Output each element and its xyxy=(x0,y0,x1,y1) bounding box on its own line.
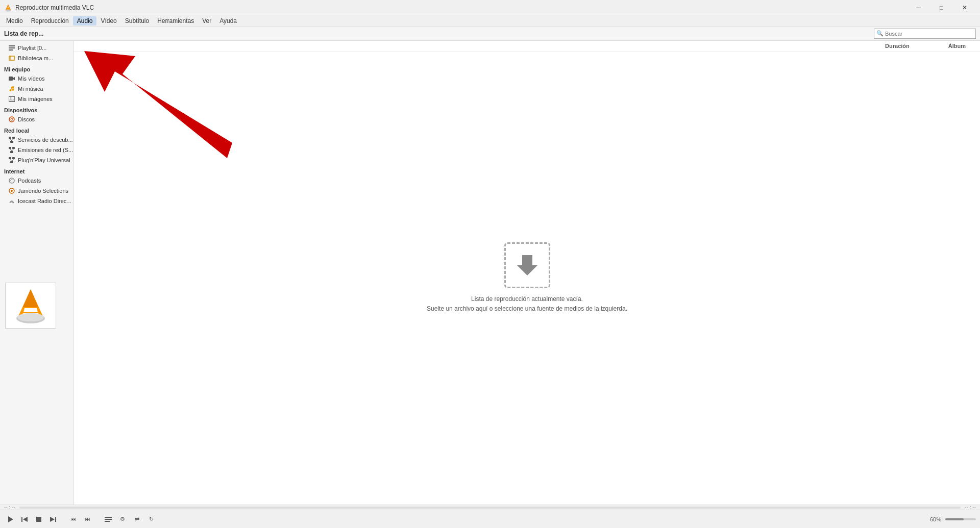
frame-back-button[interactable]: ⏮ xyxy=(67,513,80,525)
svg-line-22 xyxy=(12,139,14,141)
sidebar-item-emisiones[interactable]: Emisiones de red (S... xyxy=(0,145,74,155)
menu-medio[interactable]: Medio xyxy=(2,16,27,26)
sidebar-label-playlist: Playlist [0... xyxy=(18,45,46,51)
statusbar: -- : -- -- : -- xyxy=(0,505,980,510)
svg-point-16 xyxy=(9,117,14,122)
sidebar-label-servicios: Servicios de descub... xyxy=(18,137,73,143)
vlc-thumbnail xyxy=(5,283,56,329)
loop-button[interactable]: ↻ xyxy=(145,513,157,525)
window-title: Reproductor multimedia VLC xyxy=(15,4,907,11)
svg-line-21 xyxy=(10,139,12,141)
svg-marker-43 xyxy=(517,255,537,275)
svg-rect-47 xyxy=(36,517,41,522)
play-button[interactable] xyxy=(4,513,16,525)
section-label-miequipo: Mi equipo xyxy=(0,63,74,73)
menu-ayuda[interactable]: Ayuda xyxy=(215,16,241,26)
svg-marker-38 xyxy=(23,308,38,312)
toolbar-title: Lista de rep... xyxy=(4,30,872,37)
playlist-icon xyxy=(8,44,15,52)
sidebar-item-videos[interactable]: Mis vídeos xyxy=(0,73,74,84)
svg-rect-19 xyxy=(12,137,15,139)
svg-rect-8 xyxy=(9,77,13,81)
sidebar: Playlist [0... Biblioteca m... Mi equipo… xyxy=(0,41,74,505)
sidebar-item-servicios[interactable]: Servicios de descub... xyxy=(0,135,74,145)
sidebar-item-jamendo[interactable]: Jamendo Selections xyxy=(0,186,74,196)
playlist-toggle-button[interactable] xyxy=(102,513,114,525)
sidebar-item-podcasts[interactable]: Podcasts xyxy=(0,175,74,186)
musica-icon xyxy=(8,85,15,92)
svg-rect-4 xyxy=(9,47,15,48)
menu-video[interactable]: Vídeo xyxy=(96,16,120,26)
svg-rect-45 xyxy=(21,517,22,522)
svg-rect-23 xyxy=(9,147,11,149)
jamendo-icon xyxy=(8,187,15,194)
close-button[interactable]: ✕ xyxy=(953,0,976,15)
minimize-button[interactable]: ─ xyxy=(907,0,930,15)
sidebar-item-biblioteca[interactable]: Biblioteca m... xyxy=(0,53,74,63)
sidebar-item-musica[interactable]: Mi música xyxy=(0,84,74,94)
sidebar-label-upnp: Plug'n'Play Universal xyxy=(18,157,70,163)
sidebar-label-emisiones: Emisiones de red (S... xyxy=(18,147,73,153)
sidebar-item-playlist[interactable]: Playlist [0... xyxy=(0,43,74,53)
content-area: Duración Álbum Lista de reproducción act… xyxy=(74,41,980,505)
emisiones-icon xyxy=(8,146,15,154)
videos-icon xyxy=(8,75,15,82)
menu-reproduccion[interactable]: Reproducción xyxy=(27,16,73,26)
next-button[interactable] xyxy=(47,513,59,525)
biblioteca-icon xyxy=(8,55,15,62)
menu-herramientas[interactable]: Herramientas xyxy=(153,16,198,26)
svg-point-1 xyxy=(6,9,11,11)
content-header: Duración Álbum xyxy=(74,41,980,52)
section-label-dispositivos: Dispositivos xyxy=(0,104,74,114)
previous-button[interactable] xyxy=(18,513,31,525)
svg-marker-37 xyxy=(23,289,38,307)
discos-icon xyxy=(8,116,15,123)
menu-ver[interactable]: Ver xyxy=(198,16,215,26)
svg-marker-49 xyxy=(50,517,55,522)
frame-forward-button[interactable]: ⏭ xyxy=(82,513,94,525)
progress-bar-container[interactable] xyxy=(19,507,961,509)
svg-point-17 xyxy=(11,118,13,120)
search-box: 🔍 xyxy=(874,29,976,39)
section-label-internet: Internet xyxy=(0,165,74,175)
svg-point-41 xyxy=(17,313,44,321)
sidebar-item-imagenes[interactable]: Mis imágenes xyxy=(0,94,74,104)
maximize-button[interactable]: □ xyxy=(930,0,953,15)
sidebar-item-discos[interactable]: Discos xyxy=(0,114,74,124)
svg-rect-24 xyxy=(12,147,15,149)
col-album[interactable]: Álbum xyxy=(948,43,966,49)
empty-message: Lista de reproducción actualmente vacía.… xyxy=(427,294,627,314)
col-duracion[interactable]: Duración xyxy=(885,43,910,49)
volume-slider[interactable] xyxy=(945,518,976,520)
extended-button[interactable]: ⚙ xyxy=(116,513,129,525)
svg-rect-48 xyxy=(55,517,56,522)
sidebar-label-imagenes: Mis imágenes xyxy=(18,96,53,102)
svg-rect-14 xyxy=(9,96,15,102)
svg-rect-29 xyxy=(12,157,15,159)
svg-point-33 xyxy=(9,178,14,183)
app-icon xyxy=(4,4,12,12)
imagenes-icon xyxy=(8,95,15,103)
sidebar-label-discos: Discos xyxy=(18,116,35,122)
window-controls: ─ □ ✕ xyxy=(907,0,976,15)
empty-line1: Lista de reproducción actualmente vacía. xyxy=(427,294,627,304)
menu-subtitulo[interactable]: Subtítulo xyxy=(121,16,153,26)
stop-button[interactable] xyxy=(33,513,45,525)
sidebar-item-upnp[interactable]: Plug'n'Play Universal xyxy=(0,155,74,165)
search-icon: 🔍 xyxy=(876,30,884,37)
svg-point-35 xyxy=(11,190,13,192)
svg-rect-51 xyxy=(105,519,112,520)
svg-rect-25 xyxy=(10,151,13,153)
content-body: Lista de reproducción actualmente vacía.… xyxy=(74,52,980,505)
svg-line-31 xyxy=(10,159,12,161)
svg-marker-44 xyxy=(8,516,13,522)
drop-zone[interactable] xyxy=(504,242,550,288)
sidebar-item-icecast[interactable]: Icecast Radio Direc... xyxy=(0,196,74,206)
svg-rect-50 xyxy=(105,517,112,518)
menu-audio[interactable]: Audio xyxy=(73,16,97,26)
menubar: Medio Reproducción Audio Vídeo Subtítulo… xyxy=(0,15,980,27)
random-button[interactable]: ⇌ xyxy=(131,513,143,525)
svg-marker-9 xyxy=(13,77,15,80)
upnp-icon xyxy=(8,157,15,164)
search-input[interactable] xyxy=(885,31,973,37)
